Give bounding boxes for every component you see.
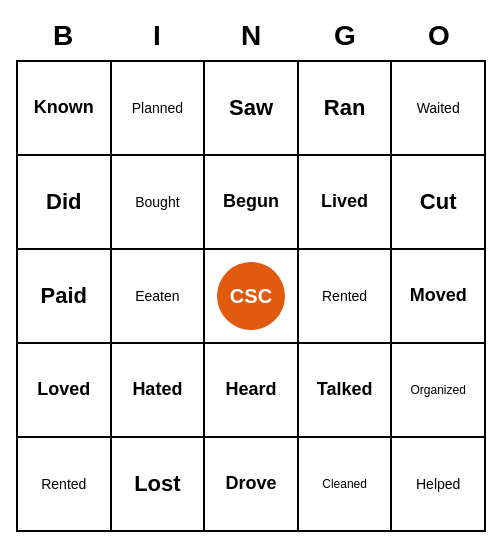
cell-3-2: Heard bbox=[205, 344, 299, 438]
free-space-circle: CSC bbox=[217, 262, 285, 330]
cell-1-1: Bought bbox=[112, 156, 206, 250]
cell-1-4: Cut bbox=[392, 156, 486, 250]
cell-4-4: Helped bbox=[392, 438, 486, 532]
cell-2-3: Rented bbox=[299, 250, 393, 344]
cell-4-0: Rented bbox=[18, 438, 112, 532]
bingo-row: Paid Eeaten CSC Rented Moved bbox=[18, 250, 486, 344]
cell-0-0: Known bbox=[18, 62, 112, 156]
bingo-row: Did Bought Begun Lived Cut bbox=[18, 156, 486, 250]
bingo-row: Loved Hated Heard Talked Organized bbox=[18, 344, 486, 438]
cell-3-0: Loved bbox=[18, 344, 112, 438]
header-o: O bbox=[392, 12, 486, 60]
cell-2-4: Moved bbox=[392, 250, 486, 344]
bingo-row: Rented Lost Drove Cleaned Helped bbox=[18, 438, 486, 532]
bingo-card: B I N G O Known Planned Saw Ran Waited D… bbox=[16, 12, 486, 532]
cell-4-1: Lost bbox=[112, 438, 206, 532]
cell-2-0: Paid bbox=[18, 250, 112, 344]
cell-0-3: Ran bbox=[299, 62, 393, 156]
cell-1-3: Lived bbox=[299, 156, 393, 250]
cell-3-3: Talked bbox=[299, 344, 393, 438]
cell-0-4: Waited bbox=[392, 62, 486, 156]
header-g: G bbox=[298, 12, 392, 60]
bingo-header: B I N G O bbox=[16, 12, 486, 60]
cell-1-0: Did bbox=[18, 156, 112, 250]
header-n: N bbox=[204, 12, 298, 60]
cell-3-4: Organized bbox=[392, 344, 486, 438]
cell-1-2: Begun bbox=[205, 156, 299, 250]
bingo-row: Known Planned Saw Ran Waited bbox=[18, 62, 486, 156]
cell-3-1: Hated bbox=[112, 344, 206, 438]
cell-2-2-free: CSC bbox=[205, 250, 299, 344]
cell-2-1: Eeaten bbox=[112, 250, 206, 344]
cell-0-2: Saw bbox=[205, 62, 299, 156]
header-i: I bbox=[110, 12, 204, 60]
cell-0-1: Planned bbox=[112, 62, 206, 156]
cell-4-3: Cleaned bbox=[299, 438, 393, 532]
cell-4-2: Drove bbox=[205, 438, 299, 532]
header-b: B bbox=[16, 12, 110, 60]
bingo-grid: Known Planned Saw Ran Waited Did Bought … bbox=[16, 60, 486, 532]
